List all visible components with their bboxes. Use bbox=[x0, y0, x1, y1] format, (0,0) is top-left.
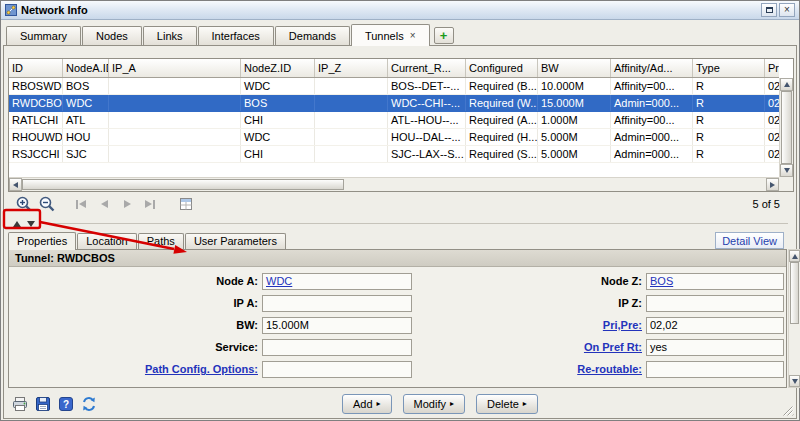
column-header-nodez-id[interactable]: NodeZ.ID bbox=[241, 59, 315, 77]
column-header-id[interactable]: ID bbox=[9, 59, 63, 77]
splitter-collapse-control[interactable] bbox=[11, 217, 41, 230]
value-link[interactable]: WDC bbox=[266, 275, 292, 287]
field-value-box[interactable] bbox=[262, 339, 412, 356]
go-next-button[interactable] bbox=[117, 194, 137, 214]
table-cell: HOU bbox=[63, 129, 109, 145]
fields-left: Node A:WDCIP A:BW:15.000MService:Path Co… bbox=[11, 270, 412, 380]
value-link[interactable]: BOS bbox=[650, 275, 673, 287]
table-vertical-scrollbar[interactable] bbox=[779, 78, 793, 177]
table-cell: Admin=000... bbox=[611, 95, 693, 111]
table-row[interactable]: RSJCCHISJCCHISJC--LAX--S...Required (S..… bbox=[9, 146, 779, 163]
add-tab-button[interactable]: + bbox=[434, 27, 454, 44]
restore-window-button[interactable] bbox=[761, 3, 777, 17]
delete-button[interactable]: Delete▸ bbox=[476, 394, 538, 414]
collapse-up-icon bbox=[13, 221, 21, 227]
detail-vertical-scrollbar[interactable] bbox=[788, 249, 800, 388]
print-button[interactable] bbox=[10, 394, 30, 414]
vertical-scroll-thumb[interactable] bbox=[781, 91, 792, 164]
go-previous-button[interactable] bbox=[94, 194, 114, 214]
tab-tunnels[interactable]: Tunnels× bbox=[351, 24, 430, 46]
table-horizontal-scrollbar[interactable] bbox=[9, 177, 779, 191]
tab-label: Tunnels bbox=[365, 30, 404, 42]
column-header-type[interactable]: Type bbox=[693, 59, 765, 77]
field-value-box[interactable]: 15.000M bbox=[262, 317, 412, 334]
table-row[interactable]: RBOSWDCBOSWDCBOS--DET--...Required (B...… bbox=[9, 78, 779, 95]
column-header-nodea-id[interactable]: NodeA.ID bbox=[63, 59, 109, 77]
table-row[interactable]: RHOUWDCHOUWDCHOU--DAL--...Required (H...… bbox=[9, 129, 779, 146]
field-value-box[interactable] bbox=[262, 361, 412, 378]
field-value-box[interactable]: yes bbox=[646, 339, 784, 356]
table-cell: R bbox=[693, 112, 765, 128]
tab-summary[interactable]: Summary bbox=[6, 26, 81, 45]
scroll-down-button[interactable] bbox=[780, 164, 793, 177]
scroll-right-button[interactable] bbox=[766, 178, 779, 191]
title-bar[interactable]: Network Info × bbox=[1, 1, 799, 20]
field-value-box[interactable] bbox=[646, 361, 784, 378]
field-label[interactable]: Path Config. Options: bbox=[11, 363, 262, 375]
zoom-in-button[interactable] bbox=[14, 194, 34, 214]
table-cell: 10.000M bbox=[538, 78, 611, 94]
column-header-pr[interactable]: Pr... bbox=[765, 59, 779, 77]
save-icon bbox=[35, 396, 51, 412]
refresh-button[interactable] bbox=[79, 394, 99, 414]
menu-arrow-icon: ▸ bbox=[377, 400, 381, 408]
fields-right: Node Z:BOSIP Z:Pri,Pre:02,02On Pref Rt:y… bbox=[412, 270, 784, 380]
go-first-button[interactable] bbox=[71, 194, 91, 214]
field-row-re-routable: Re-routable: bbox=[412, 358, 784, 380]
go-first-icon bbox=[76, 200, 78, 209]
subtab-label: Location bbox=[86, 235, 128, 247]
tab-location[interactable]: Location bbox=[77, 233, 137, 249]
field-value-box[interactable]: WDC bbox=[262, 273, 412, 290]
field-value-box[interactable]: 02,02 bbox=[646, 317, 784, 334]
column-header-configured[interactable]: Configured bbox=[466, 59, 538, 77]
tab-properties[interactable]: Properties bbox=[8, 232, 76, 250]
bottom-toolbar: ? Add▸Modify▸Delete▸ bbox=[4, 393, 796, 417]
scroll-left-button[interactable] bbox=[9, 178, 22, 191]
scroll-up-button[interactable] bbox=[789, 250, 800, 262]
window-title: Network Info bbox=[21, 4, 88, 16]
tab-interfaces[interactable]: Interfaces bbox=[198, 26, 274, 45]
tab-nodes[interactable]: Nodes bbox=[82, 26, 142, 45]
save-button[interactable] bbox=[33, 394, 53, 414]
detail-view-button[interactable]: Detail View bbox=[715, 232, 784, 249]
help-button[interactable]: ? bbox=[56, 394, 76, 414]
scroll-up-button[interactable] bbox=[780, 78, 793, 91]
column-header-ip-z[interactable]: IP_Z bbox=[315, 59, 388, 77]
resize-grip[interactable] bbox=[781, 403, 794, 416]
copy-table-button[interactable] bbox=[176, 194, 196, 214]
tab-demands[interactable]: Demands bbox=[275, 26, 350, 45]
horizontal-scroll-thumb[interactable] bbox=[22, 179, 344, 190]
close-tab-icon[interactable]: × bbox=[410, 31, 416, 41]
field-label[interactable]: Re-routable: bbox=[412, 363, 646, 375]
scroll-down-button[interactable] bbox=[789, 375, 800, 387]
field-value-box[interactable] bbox=[262, 295, 412, 312]
zoom-out-button[interactable] bbox=[37, 194, 57, 214]
field-value-box[interactable]: BOS bbox=[646, 273, 784, 290]
column-header-affinity-ad[interactable]: Affinity/Ad... bbox=[611, 59, 693, 77]
add-button[interactable]: Add▸ bbox=[342, 394, 392, 414]
field-label[interactable]: On Pref Rt: bbox=[412, 341, 646, 353]
column-header-current-r[interactable]: Current_R... bbox=[388, 59, 466, 77]
field-label: BW: bbox=[11, 319, 262, 331]
table-cell: HOU--DAL--... bbox=[388, 129, 466, 145]
table-cell bbox=[109, 95, 241, 111]
tab-links[interactable]: Links bbox=[143, 26, 197, 45]
field-value-box[interactable] bbox=[646, 295, 784, 312]
table-cell: Required (B... bbox=[466, 78, 538, 94]
detail-scroll-thumb[interactable] bbox=[790, 262, 799, 324]
splitter-divider[interactable] bbox=[42, 223, 788, 224]
table-cell: Admin=000... bbox=[611, 146, 693, 162]
tab-user-parameters[interactable]: User Parameters bbox=[185, 233, 286, 249]
table-cell: 5.000M bbox=[538, 146, 611, 162]
zoom-out-icon bbox=[38, 195, 56, 213]
table-row[interactable]: RATLCHIATLCHIATL--HOU--...Required (A...… bbox=[9, 112, 779, 129]
tab-paths[interactable]: Paths bbox=[138, 233, 184, 249]
table-row[interactable]: RWDCBOSWDCBOSWDC--CHI--...Required (W...… bbox=[9, 95, 779, 112]
table-cell: 15.000M bbox=[538, 95, 611, 111]
close-window-button[interactable]: × bbox=[779, 3, 795, 17]
column-header-ip-a[interactable]: IP_A bbox=[109, 59, 241, 77]
go-last-button[interactable] bbox=[140, 194, 160, 214]
column-header-bw[interactable]: BW bbox=[538, 59, 611, 77]
field-label[interactable]: Pri,Pre: bbox=[412, 319, 646, 331]
modify-button[interactable]: Modify▸ bbox=[403, 394, 465, 414]
